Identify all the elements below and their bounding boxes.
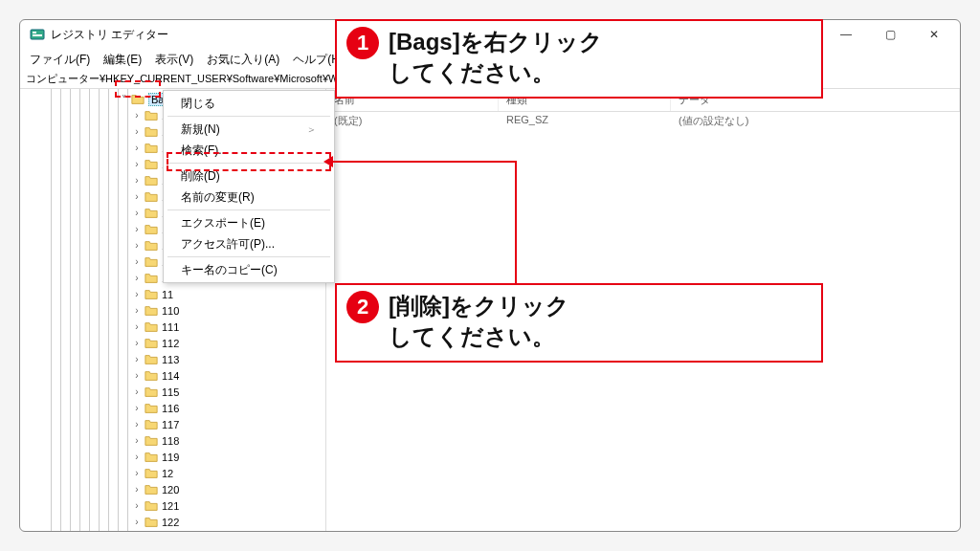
folder-icon — [145, 467, 158, 480]
expander-icon[interactable]: › — [131, 452, 143, 462]
expander-icon[interactable]: › — [131, 240, 143, 251]
ctx-new[interactable]: 新規(N)＞ — [164, 119, 334, 140]
folder-icon — [145, 418, 158, 431]
tree-node[interactable]: ›113 — [20, 351, 325, 367]
folder-icon — [145, 288, 158, 301]
expander-icon[interactable]: › — [131, 126, 143, 137]
folder-icon — [145, 142, 158, 155]
menu-favorites[interactable]: お気に入り(A) — [201, 50, 285, 70]
tree-label: 115 — [162, 386, 179, 398]
tree-node[interactable]: ›116 — [20, 400, 325, 416]
ctx-delete[interactable]: 削除(D) — [164, 165, 334, 187]
tree-node[interactable]: ›115 — [20, 384, 325, 400]
tree-label: 120 — [162, 484, 179, 496]
tree-node[interactable]: ›122 — [20, 514, 325, 530]
menu-file[interactable]: ファイル(F) — [24, 50, 96, 70]
tree-label: 110 — [162, 305, 179, 317]
ctx-permissions[interactable]: アクセス許可(P)... — [164, 233, 334, 254]
expander-icon[interactable]: › — [131, 159, 143, 169]
tree-label: 113 — [162, 354, 179, 365]
expander-icon[interactable]: › — [131, 370, 143, 381]
ctx-export[interactable]: エクスポート(E) — [164, 212, 334, 233]
expander-icon[interactable]: › — [131, 354, 143, 364]
tree-node[interactable]: ›123 — [20, 530, 325, 531]
tree-node[interactable]: ›120 — [20, 481, 325, 497]
folder-icon — [145, 174, 158, 187]
tree-node[interactable]: ›110 — [20, 302, 325, 319]
expander-icon[interactable]: › — [131, 386, 143, 397]
list-row[interactable]: (既定) REG_SZ (値の設定なし) — [326, 112, 960, 131]
ctx-find[interactable]: 検索(F)... — [164, 140, 334, 161]
tree-node[interactable]: ›11 — [20, 286, 325, 302]
ctx-close[interactable]: 閉じる — [164, 93, 334, 114]
tree-node[interactable]: ›112 — [20, 335, 325, 351]
callout-1: 1 [Bags]を右クリック してください。 — [335, 19, 823, 99]
folder-icon — [145, 402, 158, 415]
folder-icon — [145, 516, 158, 529]
tree-label: 12 — [162, 468, 173, 479]
close-button[interactable]: ✕ — [912, 20, 956, 49]
tree-node[interactable]: ›117 — [20, 416, 325, 432]
callout-text-1: [Bags]を右クリック してください。 — [389, 27, 603, 89]
folder-icon — [145, 239, 158, 253]
expander-icon[interactable]: › — [131, 224, 143, 234]
folder-icon — [145, 320, 158, 334]
tree-label: 122 — [162, 517, 179, 528]
expander-icon[interactable]: › — [131, 435, 143, 446]
expander-icon[interactable]: › — [131, 419, 143, 430]
cell-name: (既定) — [326, 112, 499, 131]
expander-icon[interactable]: › — [131, 256, 143, 267]
expander-icon[interactable]: › — [131, 110, 143, 121]
context-menu: 閉じる 新規(N)＞ 検索(F)... 削除(D) 名前の変更(R) エクスポー… — [163, 90, 335, 283]
folder-icon — [145, 207, 158, 220]
maximize-button[interactable]: ▢ — [868, 20, 912, 49]
folder-icon — [145, 337, 158, 350]
tree-label: 117 — [162, 419, 179, 430]
expander-icon[interactable]: › — [131, 468, 143, 478]
expander-icon[interactable]: › — [131, 500, 143, 511]
tree-label: 121 — [162, 500, 179, 512]
folder-icon — [145, 304, 158, 318]
expander-icon[interactable]: › — [131, 403, 143, 413]
expander-icon[interactable]: › — [131, 338, 143, 348]
tree-node[interactable]: ›114 — [20, 367, 325, 384]
menu-edit[interactable]: 編集(E) — [98, 50, 147, 70]
folder-icon — [145, 158, 158, 171]
folder-icon — [145, 272, 158, 285]
expander-icon[interactable]: › — [131, 208, 143, 218]
folder-icon — [145, 483, 158, 496]
tree-label: 112 — [162, 338, 179, 349]
expander-icon[interactable]: › — [131, 175, 143, 186]
expander-icon[interactable]: › — [131, 289, 143, 299]
expander-icon[interactable]: › — [131, 484, 143, 495]
expander-icon[interactable]: › — [131, 517, 143, 527]
folder-icon — [145, 386, 158, 399]
tree-node[interactable]: ›12 — [20, 465, 325, 481]
folder-icon — [145, 499, 158, 513]
expander-icon[interactable]: › — [131, 305, 143, 316]
tree-node[interactable]: ›118 — [20, 432, 325, 449]
window-controls: — ▢ ✕ — [824, 20, 956, 49]
expander-icon[interactable]: › — [131, 191, 143, 202]
expander-icon[interactable]: › — [131, 143, 143, 153]
tree-label: 119 — [162, 452, 179, 463]
folder-icon — [145, 451, 158, 464]
folder-icon — [145, 255, 158, 269]
folder-icon — [145, 434, 158, 448]
cell-data: (値の設定なし) — [671, 112, 960, 131]
minimize-button[interactable]: — — [824, 20, 868, 49]
app-icon — [30, 27, 45, 42]
expander-icon[interactable]: ˅ — [118, 94, 129, 104]
callout-text-2: [削除]をクリック してください。 — [389, 291, 569, 353]
tree-label: 118 — [162, 435, 179, 447]
expander-icon[interactable]: › — [131, 273, 143, 283]
tree-node[interactable]: ›119 — [20, 449, 325, 465]
tree-node[interactable]: ›121 — [20, 497, 325, 514]
ctx-rename[interactable]: 名前の変更(R) — [164, 187, 334, 208]
ctx-copy-key[interactable]: キー名のコピー(C) — [164, 259, 334, 280]
menu-view[interactable]: 表示(V) — [149, 50, 199, 70]
folder-icon — [145, 125, 158, 139]
expander-icon[interactable]: › — [131, 321, 143, 332]
tree-node[interactable]: ›111 — [20, 319, 325, 335]
folder-icon — [145, 223, 158, 236]
